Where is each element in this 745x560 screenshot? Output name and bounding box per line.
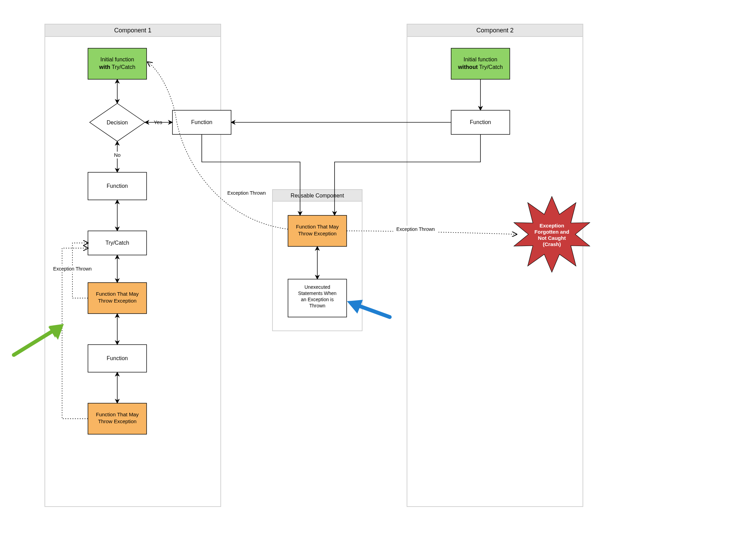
container-title: Component 2 bbox=[476, 27, 514, 34]
container-title: Reusable Component bbox=[291, 193, 344, 198]
svg-text:an Exception is: an Exception is bbox=[301, 297, 334, 302]
label-line: Function That May bbox=[96, 411, 139, 417]
svg-text:Unexecuted: Unexecuted bbox=[305, 284, 330, 290]
label-bold: with bbox=[99, 64, 110, 70]
svg-text:Initial function: Initial function bbox=[464, 57, 497, 62]
svg-text:Thrown: Thrown bbox=[309, 303, 326, 308]
node-function-below: Function bbox=[88, 172, 147, 200]
svg-rect-2 bbox=[407, 24, 583, 507]
svg-text:Initial function: Initial function bbox=[100, 57, 134, 62]
edge-label-exception: Exception Thrown bbox=[53, 266, 92, 272]
edge-label-exception: Exception Thrown bbox=[396, 226, 435, 232]
label-line: Throw Exception bbox=[98, 418, 137, 424]
edge-label-no: No bbox=[114, 152, 120, 158]
node-function-right: Function bbox=[172, 110, 231, 134]
label-line: Throw Exception bbox=[298, 231, 337, 236]
node-throw-1: Function That May Throw Exception bbox=[88, 283, 147, 314]
node-throw-2: Function That May Throw Exception bbox=[88, 403, 147, 434]
svg-text:Function That May: Function That May bbox=[296, 224, 339, 230]
label-line: Function That May bbox=[296, 224, 339, 230]
svg-text:with Try/Catch: with Try/Catch bbox=[99, 64, 136, 70]
svg-text:Statements When: Statements When bbox=[298, 291, 336, 296]
label-line: Initial function bbox=[464, 57, 497, 62]
svg-text:Not Caught: Not Caught bbox=[538, 235, 566, 241]
label-line: Throw Exception bbox=[98, 298, 137, 304]
label: Function bbox=[107, 355, 128, 361]
container-title: Component 1 bbox=[114, 27, 151, 34]
svg-text:(Crash): (Crash) bbox=[543, 241, 561, 247]
svg-text:Throw Exception: Throw Exception bbox=[298, 231, 337, 236]
label-bold: without bbox=[458, 64, 478, 70]
label: Function bbox=[470, 119, 491, 125]
node-unexecuted: Unexecuted Statements When an Exception … bbox=[288, 279, 347, 317]
svg-text:Exception: Exception bbox=[539, 223, 564, 228]
label-after: Try/Catch bbox=[110, 64, 136, 70]
label-line: Function That May bbox=[96, 291, 139, 297]
flowchart-diagram: Component 1 Component 2 Reusable Compone… bbox=[0, 0, 745, 560]
svg-text:Throw Exception: Throw Exception bbox=[98, 298, 137, 304]
svg-text:Forgotten and: Forgotten and bbox=[535, 229, 569, 235]
svg-rect-28 bbox=[451, 48, 510, 79]
svg-text:without Try/Catch: without Try/Catch bbox=[458, 64, 503, 70]
svg-rect-6 bbox=[88, 48, 147, 79]
edge-label-exception: Exception Thrown bbox=[227, 190, 266, 196]
node-function-comp2: Function bbox=[451, 110, 510, 134]
node-trycatch: Try/Catch bbox=[88, 231, 147, 255]
label-line: Initial function bbox=[100, 57, 134, 62]
label-after: Try/Catch bbox=[478, 64, 503, 70]
node-throw-reusable: Function That May Throw Exception bbox=[288, 215, 347, 246]
node-initial-without-trycatch: Initial function without Try/Catch bbox=[451, 48, 510, 79]
node-function-3: Function bbox=[88, 345, 147, 372]
label: Decision bbox=[107, 120, 128, 125]
container-component-2: Component 2 bbox=[407, 24, 583, 507]
edge-label-yes: Yes bbox=[154, 119, 162, 125]
svg-text:Function That May: Function That May bbox=[96, 411, 139, 417]
label: Function bbox=[107, 183, 128, 189]
node-initial-with-trycatch: Initial function with Try/Catch bbox=[88, 48, 147, 79]
label: Function bbox=[191, 119, 212, 125]
label: Try/Catch bbox=[106, 240, 129, 246]
svg-text:Throw Exception: Throw Exception bbox=[98, 418, 137, 424]
svg-text:Function That May: Function That May bbox=[96, 291, 139, 297]
